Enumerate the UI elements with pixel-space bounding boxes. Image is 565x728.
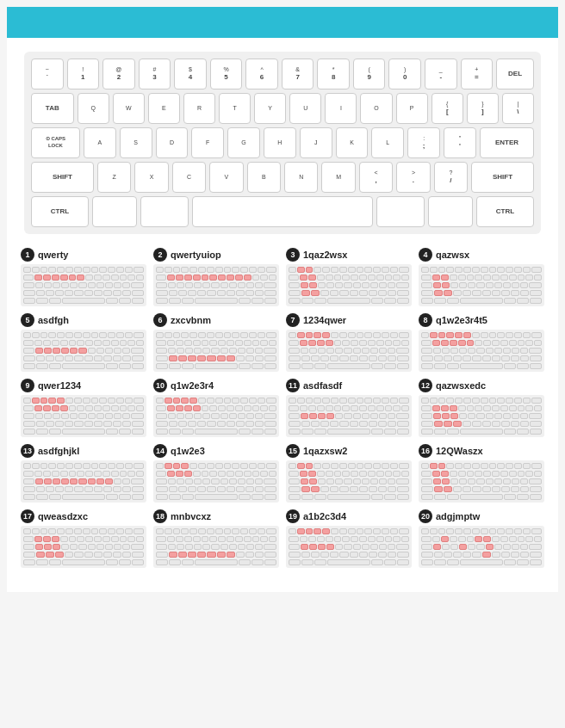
mini-key-r2-2 xyxy=(442,544,450,550)
mini-key-r2-4 xyxy=(326,413,334,419)
mini-key-r2-7 xyxy=(353,413,361,419)
mini-row-2 xyxy=(421,544,542,550)
mini-key-r2-5 xyxy=(70,413,78,419)
mini-key-r2-7 xyxy=(88,413,96,419)
mini-row-1 xyxy=(421,471,542,477)
mini-key-r0-10 xyxy=(240,332,248,338)
mini-key-r3-8 xyxy=(236,290,245,296)
mini-key-r1-3 xyxy=(184,471,192,477)
mini-key-r0-1 xyxy=(32,332,40,338)
mini-key-r3-0 xyxy=(156,290,168,296)
mini-key-r3-4 xyxy=(65,290,73,296)
mini-key-r1-7 xyxy=(218,405,226,411)
mini-key-r1-2 xyxy=(441,340,449,346)
mini-key-r4-1 xyxy=(36,494,48,500)
mini-key-r0-4 xyxy=(189,267,197,273)
mini-key-r1-13 xyxy=(401,340,409,346)
mini-key-r3-7 xyxy=(94,355,102,361)
mini-key-r4-0 xyxy=(23,298,35,304)
mini-key-r0-8 xyxy=(91,528,99,534)
mini-key-r0-12 xyxy=(390,332,398,338)
mini-key-r1-8 xyxy=(227,405,234,411)
mini-key-r4-2 xyxy=(447,429,459,435)
mini-key-r2-10 xyxy=(379,282,387,288)
mini-key-r3-8 xyxy=(501,355,510,361)
mini-key-r2-7 xyxy=(220,413,228,419)
mini-key-r2-0 xyxy=(289,544,300,550)
mini-key-r1-6 xyxy=(342,471,350,477)
mini-key-r2-1 xyxy=(168,282,176,288)
mini-key-r3-10 xyxy=(255,552,264,558)
mini-key-r0-1 xyxy=(297,463,305,469)
mini-key-r3-6 xyxy=(84,486,93,492)
mini-key-r0-7 xyxy=(481,528,488,534)
mini-key-r1-5 xyxy=(202,340,209,346)
mini-key-r2-7 xyxy=(486,282,494,288)
mini-row-2 xyxy=(421,282,542,288)
pattern-text-10: q1w2e3r4 xyxy=(171,380,214,391)
mini-key-r1-3 xyxy=(184,275,192,281)
mini-key-r3-1 xyxy=(169,486,177,492)
pattern-text-3: 1qaz2wsx xyxy=(303,250,347,260)
mini-key-r0-8 xyxy=(91,267,99,273)
mini-key-r2-5 xyxy=(335,413,343,419)
mini-key-r4-5 xyxy=(251,298,264,304)
mini-key-r1-12 xyxy=(127,405,135,411)
mini-key-r4-2 xyxy=(447,298,459,304)
mini-key-r2-1 xyxy=(35,348,43,354)
mini-key-r2-0 xyxy=(289,348,300,354)
mini-key-r3-0 xyxy=(156,552,168,558)
mini-row-0 xyxy=(156,463,276,469)
mini-key-r1-11 xyxy=(252,340,260,346)
mini-key-r1-4 xyxy=(60,536,68,542)
mini-key-r2-7 xyxy=(88,544,96,550)
mini-row-4 xyxy=(421,494,542,500)
key-s: S xyxy=(120,127,152,158)
mini-key-r0-0 xyxy=(156,332,164,338)
mini-key-r3-5 xyxy=(339,355,348,361)
mini-key-r2-3 xyxy=(53,348,60,354)
mini-key-r1-7 xyxy=(85,405,93,411)
mini-key-r2-6 xyxy=(211,348,219,354)
mini-key-r4-0 xyxy=(289,429,301,435)
mini-key-r1-7 xyxy=(218,275,226,281)
mini-key-r1-11 xyxy=(385,405,393,411)
mini-row-4 xyxy=(23,298,144,304)
key-ctrl-left: CTRL xyxy=(31,196,89,227)
mini-key-r0-7 xyxy=(215,332,223,338)
key-h: H xyxy=(264,127,296,158)
mini-key-r1-10 xyxy=(509,471,517,477)
mini-key-r3-7 xyxy=(94,290,102,296)
mini-row-3 xyxy=(289,421,409,427)
mini-key-r4-4 xyxy=(239,429,251,435)
mini-row-4 xyxy=(289,559,409,565)
mini-row-0 xyxy=(23,332,144,338)
mini-key-r3-1 xyxy=(434,552,443,558)
mini-key-r0-8 xyxy=(224,267,232,273)
mini-key-r1-0 xyxy=(421,471,432,477)
mini-key-r0-8 xyxy=(91,463,99,469)
mini-key-r2-9 xyxy=(503,544,511,550)
mini-key-r0-5 xyxy=(331,332,338,338)
mini-key-r3-5 xyxy=(74,355,83,361)
mini-key-r0-0 xyxy=(23,463,31,469)
mini-key-r1-0 xyxy=(23,275,34,281)
mini-key-r0-2 xyxy=(173,463,181,469)
key-caps-lock: ⊙ CAPSLOCK xyxy=(31,127,80,158)
mini-key-r3-8 xyxy=(501,290,510,296)
pattern-text-4: qazwsx xyxy=(436,250,469,260)
mini-key-r1-6 xyxy=(77,536,84,542)
mini-key-r1-11 xyxy=(120,405,127,411)
mini-key-r0-8 xyxy=(224,463,232,469)
mini-key-r0-8 xyxy=(91,398,99,404)
mini-key-r2-2 xyxy=(442,282,450,288)
mini-key-r0-5 xyxy=(198,398,206,404)
mini-row-1 xyxy=(421,405,542,411)
mini-key-r3-9 xyxy=(113,421,121,427)
mini-key-r3-10 xyxy=(388,421,396,427)
mini-key-r4-6 xyxy=(397,363,409,369)
mini-key-r3-6 xyxy=(350,486,358,492)
mini-key-r2-11 xyxy=(255,413,263,419)
key-4: $4 xyxy=(174,59,207,89)
mini-key-r1-3 xyxy=(317,471,325,477)
